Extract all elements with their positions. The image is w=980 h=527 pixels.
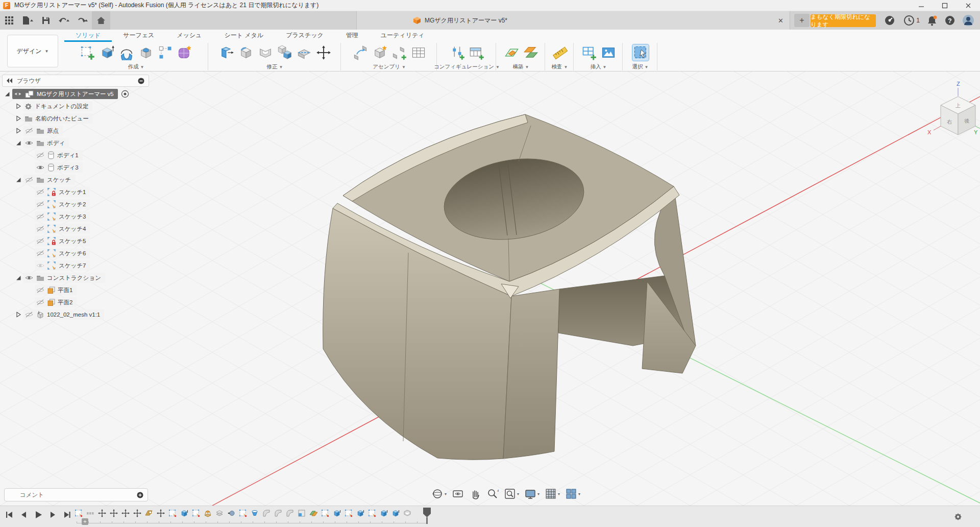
timeline-feature-sketch-icon[interactable]	[168, 509, 177, 517]
model-canvas[interactable]: 上 右 後 Z X Y	[0, 71, 980, 506]
group-label-検査[interactable]: 検査▼	[552, 63, 568, 70]
collapse-panel-icon[interactable]	[7, 78, 13, 83]
ribbon-tab-4[interactable]: シート メタル	[213, 30, 275, 42]
ribbon-tab-5[interactable]: プラスチック	[275, 30, 335, 42]
eye-hidden-icon[interactable]	[36, 213, 45, 220]
timeline-feature-shell-icon[interactable]	[403, 509, 411, 517]
caret-collapsed-icon[interactable]	[15, 103, 23, 109]
chevron-down-icon[interactable]: ▾	[445, 492, 447, 496]
as-built-joint-icon[interactable]	[391, 44, 407, 61]
ribbon-tab-2[interactable]: サーフェス	[112, 30, 165, 42]
combine-icon[interactable]	[277, 44, 293, 61]
insert-derive-icon[interactable]	[581, 44, 597, 61]
tree-row-スケッチ6[interactable]: スケッチ6	[27, 247, 90, 259]
tree-row-ボディ3[interactable]: ボディ3	[27, 161, 83, 174]
chevron-down-icon[interactable]: ▾	[558, 492, 560, 496]
joint-icon[interactable]	[352, 44, 369, 61]
timeline-feature-sketch-icon[interactable]	[321, 509, 329, 517]
tree-row-スケッチ[interactable]: スケッチ	[15, 174, 75, 186]
timeline-feature-plane-tan-icon[interactable]	[145, 509, 153, 517]
tree-row-原点[interactable]: 原点	[15, 125, 63, 137]
shell-icon[interactable]	[257, 44, 274, 61]
chevron-down-icon[interactable]: ▾	[578, 492, 580, 496]
caret-collapsed-icon[interactable]	[15, 312, 23, 318]
avatar[interactable]	[962, 14, 975, 27]
timeline-feature-slab-icon[interactable]	[215, 509, 224, 517]
configuration-table-icon[interactable]	[469, 44, 485, 61]
close-tab-icon[interactable]: ✕	[778, 17, 783, 25]
model-front-wall[interactable]	[503, 289, 559, 459]
measure-icon[interactable]	[552, 44, 568, 61]
group-label-構築[interactable]: 構築▼	[513, 63, 529, 70]
move-copy-icon[interactable]	[315, 44, 332, 61]
viewports-icon[interactable]: ▾	[565, 488, 580, 500]
eye-hidden-icon[interactable]	[24, 311, 34, 318]
timeline-feature-hole-icon[interactable]	[251, 509, 259, 517]
eye-dimmed-icon[interactable]	[36, 262, 45, 269]
play-icon[interactable]	[33, 509, 44, 520]
eye-visible-icon[interactable]	[24, 274, 34, 281]
bom-icon[interactable]	[410, 44, 427, 61]
look-at-icon[interactable]	[452, 488, 464, 500]
eye-hidden-icon[interactable]	[36, 201, 45, 208]
tree-row-1022_02_mesh v1:1[interactable]: 1022_02_mesh v1:1	[15, 308, 104, 321]
eye-visible-icon[interactable]	[24, 139, 34, 147]
revolve-icon[interactable]	[118, 44, 135, 61]
hole-icon[interactable]	[138, 44, 154, 61]
timeline-feature-fillet-icon[interactable]	[262, 509, 271, 517]
configure-icon[interactable]	[449, 44, 465, 61]
license-expire-badge[interactable]: まもなく期限切れになります	[811, 14, 876, 27]
timeline-feature-move-icon[interactable]	[133, 509, 141, 517]
app-grid-icon[interactable]	[0, 11, 18, 30]
eye-hidden-icon[interactable]	[36, 188, 45, 196]
zoom-icon[interactable]: ±	[486, 488, 499, 500]
timeline-feature-move-icon[interactable]	[157, 509, 165, 517]
display-settings-icon[interactable]: ▾	[524, 488, 540, 500]
fillet-icon[interactable]	[238, 44, 254, 61]
extrude-icon[interactable]	[99, 44, 115, 61]
tree-row-平面1[interactable]: 平面1	[27, 284, 77, 296]
timeline-feature-corner-icon[interactable]	[298, 509, 306, 517]
add-comment-icon[interactable]	[137, 492, 143, 498]
maximize-icon[interactable]	[933, 0, 957, 11]
tree-row-スケッチ2[interactable]: スケッチ2	[27, 198, 90, 210]
new-component-icon[interactable]	[372, 44, 388, 61]
timeline-feature-snapshot-icon[interactable]	[227, 509, 235, 517]
tree-row-名前の付いたビュー[interactable]: 名前の付いたビュー	[15, 112, 93, 125]
eye-hidden-icon[interactable]	[36, 250, 45, 257]
timeline-feature-extrude-icon[interactable]	[391, 509, 400, 517]
timeline-feature-sketch-icon[interactable]	[368, 509, 376, 517]
new-tab-button[interactable]: +	[794, 14, 810, 27]
ribbon-tab-7[interactable]: ユーティリティ	[370, 30, 436, 42]
ribbon-tab-1[interactable]: ソリッド	[64, 30, 112, 42]
chevron-down-icon[interactable]: ▾	[517, 492, 519, 496]
save-icon[interactable]	[37, 11, 55, 30]
pan-icon[interactable]	[469, 488, 481, 500]
timeline-feature-fillet-icon[interactable]	[274, 509, 282, 517]
caret-collapsed-icon[interactable]	[15, 115, 23, 122]
grid-layout-icon[interactable]: ▾	[545, 488, 560, 500]
notifications-icon[interactable]	[925, 14, 939, 27]
collapse-all-icon[interactable]	[138, 78, 144, 84]
create-form-icon[interactable]	[177, 44, 193, 61]
eye-visible-icon[interactable]	[36, 164, 45, 171]
eye-hidden-icon[interactable]	[24, 127, 34, 134]
ground-target-icon[interactable]	[121, 90, 129, 98]
eye-hidden-icon[interactable]	[24, 176, 34, 183]
undo-icon[interactable]	[55, 11, 74, 30]
tree-row-ボディ[interactable]: ボディ	[15, 137, 69, 149]
offset-plane-icon[interactable]	[523, 44, 539, 61]
chevron-down-icon[interactable]: ▾	[537, 492, 540, 496]
browser-header[interactable]: ブラウザ	[2, 75, 149, 87]
tree-row-スケッチ3[interactable]: スケッチ3	[27, 210, 90, 223]
timeline-feature-sketch-icon[interactable]	[239, 509, 247, 517]
timeline-feature-move-icon[interactable]	[121, 509, 130, 517]
caret-expanded-icon[interactable]	[15, 275, 23, 281]
eye-hidden-icon[interactable]	[36, 286, 45, 294]
eye-visible-icon[interactable]	[13, 90, 22, 98]
extensions-icon[interactable]	[883, 14, 896, 27]
workspace-selector[interactable]: デザイン▼	[7, 35, 58, 67]
help-icon[interactable]: ?	[943, 14, 957, 27]
group-label-修正[interactable]: 修正▼	[267, 63, 283, 70]
rectangular-pattern-icon[interactable]	[157, 44, 174, 61]
